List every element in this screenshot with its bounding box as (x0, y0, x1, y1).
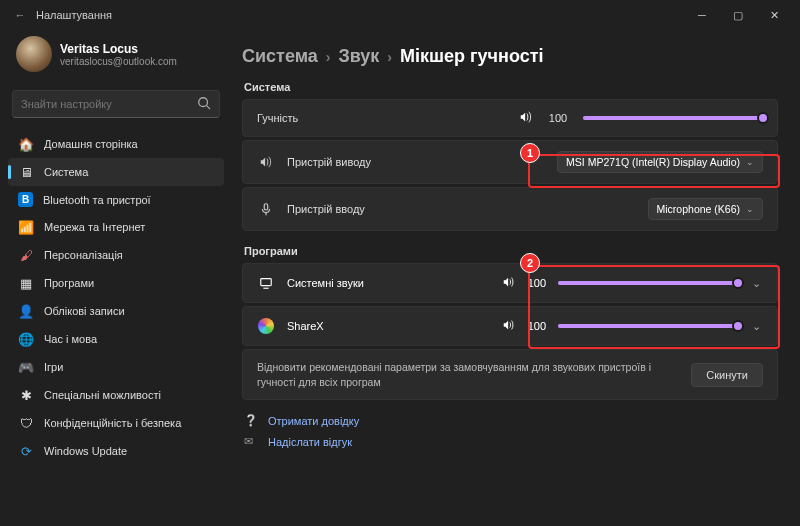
back-button[interactable]: ← (8, 9, 32, 21)
nav-label: Система (44, 166, 88, 178)
nav-label: Windows Update (44, 445, 127, 457)
sidebar-item-10[interactable]: 🛡Конфіденційність і безпека (8, 409, 224, 437)
nav-label: Конфіденційність і безпека (44, 417, 181, 429)
nav-icon: 🖌 (18, 247, 34, 263)
crumb-sound[interactable]: Звук (338, 46, 379, 67)
svg-line-1 (207, 106, 211, 110)
expand-button[interactable]: ⌄ (750, 277, 763, 290)
section-system: Система (244, 81, 778, 93)
speaker-icon[interactable] (519, 110, 533, 126)
svg-rect-3 (261, 279, 272, 286)
nav-label: Програми (44, 277, 94, 289)
crumb-current: Мікшер гучності (400, 46, 543, 67)
app-name: ShareX (287, 320, 324, 332)
sidebar-item-3[interactable]: 📶Мережа та Інтернет (8, 213, 224, 241)
nav-label: Мережа та Інтернет (44, 221, 145, 233)
svg-rect-2 (264, 204, 268, 210)
sidebar-item-5[interactable]: ▦Програми (8, 269, 224, 297)
nav-icon: ▦ (18, 275, 34, 291)
nav-icon: 🛡 (18, 415, 34, 431)
user-profile[interactable]: Veritas Locus veritaslocus@outlook.com (8, 30, 224, 84)
output-device-dropdown[interactable]: MSI MP271Q (Intel(R) Display Audio) ⌄ (557, 151, 763, 173)
window-title: Налаштування (36, 9, 112, 21)
svg-point-0 (199, 98, 208, 107)
input-label: Пристрій вводу (287, 203, 365, 215)
speaker-icon (257, 155, 275, 169)
sidebar-item-9[interactable]: ✱Спеціальні можливості (8, 381, 224, 409)
sidebar-item-0[interactable]: 🏠Домашня сторінка (8, 130, 224, 158)
output-label: Пристрій виводу (287, 156, 371, 168)
app-volume-value: 100 (528, 277, 546, 289)
output-device-value: MSI MP271Q (Intel(R) Display Audio) (566, 156, 740, 168)
chevron-down-icon: ⌄ (746, 157, 754, 167)
nav-label: Домашня сторінка (44, 138, 138, 150)
nav-label: Облікові записи (44, 305, 125, 317)
microphone-icon (257, 202, 275, 216)
input-device-value: Microphone (K66) (657, 203, 740, 215)
volume-row: Гучність 100 (242, 99, 778, 137)
speaker-icon[interactable] (502, 275, 516, 291)
avatar (16, 36, 52, 72)
breadcrumb: Система › Звук › Мікшер гучності (242, 46, 778, 67)
reset-button[interactable]: Скинути (691, 363, 763, 387)
user-name: Veritas Locus (60, 42, 177, 56)
search-icon (197, 96, 211, 112)
search-field[interactable] (21, 98, 197, 110)
help-link[interactable]: ❔ Отримати довідку (242, 410, 778, 431)
volume-label: Гучність (257, 112, 298, 124)
nav-icon: ✱ (18, 387, 34, 403)
app-name: Системні звуки (287, 277, 364, 289)
nav-label: Спеціальні можливості (44, 389, 161, 401)
nav-label: Bluetooth та пристрої (43, 194, 151, 206)
feedback-icon: ✉ (244, 435, 260, 448)
nav-icon: 👤 (18, 303, 34, 319)
input-device-dropdown[interactable]: Microphone (K66) ⌄ (648, 198, 763, 220)
search-input[interactable] (12, 90, 220, 118)
expand-button[interactable]: ⌄ (750, 320, 763, 333)
volume-value: 100 (545, 112, 571, 124)
nav-icon: ⟳ (18, 443, 34, 459)
nav-label: Персоналізація (44, 249, 123, 261)
app-volume-value: 100 (528, 320, 546, 332)
sidebar-item-6[interactable]: 👤Облікові записи (8, 297, 224, 325)
nav-icon: 🌐 (18, 331, 34, 347)
speaker-icon[interactable] (502, 318, 516, 334)
app-icon (257, 317, 275, 335)
minimize-button[interactable]: ─ (684, 0, 720, 30)
nav-label: Ігри (44, 361, 63, 373)
nav-icon: 📶 (18, 219, 34, 235)
sidebar-item-7[interactable]: 🌐Час і мова (8, 325, 224, 353)
nav-icon: 🏠 (18, 136, 34, 152)
app-icon (257, 274, 275, 292)
annotation-badge-2: 2 (520, 253, 540, 273)
sidebar-item-2[interactable]: BBluetooth та пристрої (8, 186, 224, 213)
output-device-row: Пристрій виводу MSI MP271Q (Intel(R) Dis… (242, 140, 778, 184)
chevron-right-icon: › (326, 49, 331, 65)
user-email: veritaslocus@outlook.com (60, 56, 177, 67)
help-icon: ❔ (244, 414, 260, 427)
restore-text: Відновити рекомендовані параметри за зам… (257, 360, 677, 389)
sidebar-item-8[interactable]: 🎮Ігри (8, 353, 224, 381)
input-device-row: Пристрій вводу Microphone (K66) ⌄ (242, 187, 778, 231)
app-volume-row: ShareX 100 ⌄ (242, 306, 778, 346)
nav-label: Час і мова (44, 333, 97, 345)
sidebar-item-1[interactable]: 🖥Система (8, 158, 224, 186)
feedback-link[interactable]: ✉ Надіслати відгук (242, 431, 778, 452)
app-volume-row: Системні звуки 100 ⌄ (242, 263, 778, 303)
chevron-down-icon: ⌄ (746, 204, 754, 214)
restore-defaults-row: Відновити рекомендовані параметри за зам… (242, 349, 778, 400)
section-apps: Програми (244, 245, 778, 257)
nav-icon: B (18, 192, 33, 207)
volume-slider[interactable] (583, 116, 763, 120)
close-button[interactable]: ✕ (756, 0, 792, 30)
chevron-right-icon: › (387, 49, 392, 65)
app-volume-slider[interactable] (558, 281, 738, 285)
nav-icon: 🎮 (18, 359, 34, 375)
maximize-button[interactable]: ▢ (720, 0, 756, 30)
nav-icon: 🖥 (18, 164, 34, 180)
app-volume-slider[interactable] (558, 324, 738, 328)
sidebar-item-4[interactable]: 🖌Персоналізація (8, 241, 224, 269)
sidebar-item-11[interactable]: ⟳Windows Update (8, 437, 224, 465)
annotation-badge-1: 1 (520, 143, 540, 163)
crumb-system[interactable]: Система (242, 46, 318, 67)
